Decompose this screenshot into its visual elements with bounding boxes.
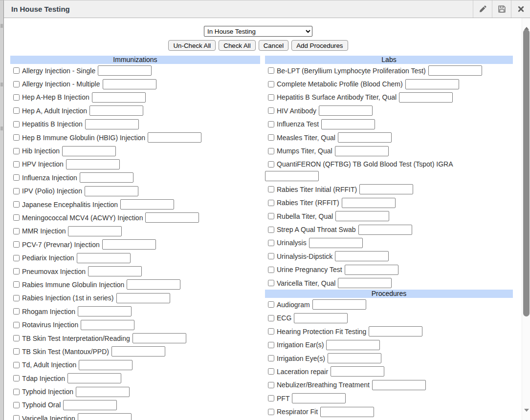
item-value-input[interactable] bbox=[76, 387, 130, 397]
item-checkbox[interactable] bbox=[13, 402, 20, 408]
item-checkbox[interactable] bbox=[13, 67, 20, 74]
item-value-input[interactable] bbox=[102, 239, 156, 250]
item-value-input[interactable] bbox=[78, 413, 132, 420]
item-value-input[interactable] bbox=[80, 172, 133, 183]
item-value-input[interactable] bbox=[77, 253, 131, 263]
item-checkbox[interactable] bbox=[268, 355, 274, 361]
item-checkbox[interactable] bbox=[268, 94, 274, 101]
item-checkbox[interactable] bbox=[13, 281, 20, 288]
item-value-input[interactable] bbox=[292, 393, 346, 403]
item-value-input[interactable] bbox=[111, 346, 165, 357]
item-value-input[interactable] bbox=[265, 171, 319, 181]
add-procedures-button[interactable]: Add Procedures bbox=[291, 40, 348, 51]
item-checkbox[interactable] bbox=[13, 268, 20, 274]
item-checkbox[interactable] bbox=[268, 107, 274, 114]
item-checkbox[interactable] bbox=[268, 148, 274, 154]
item-value-input[interactable] bbox=[428, 65, 482, 76]
scroll-down-button[interactable] bbox=[522, 411, 530, 420]
item-checkbox[interactable] bbox=[268, 253, 274, 259]
scroll-up-button[interactable] bbox=[522, 19, 530, 27]
item-value-input[interactable] bbox=[62, 146, 116, 156]
item-value-input[interactable] bbox=[328, 353, 381, 363]
item-checkbox[interactable] bbox=[13, 161, 20, 168]
item-checkbox[interactable] bbox=[13, 348, 20, 355]
item-value-input[interactable] bbox=[372, 380, 426, 390]
item-checkbox[interactable] bbox=[268, 227, 274, 233]
scrollbar-thumb[interactable] bbox=[523, 29, 530, 316]
item-checkbox[interactable] bbox=[268, 67, 274, 74]
item-checkbox[interactable] bbox=[13, 174, 20, 181]
item-checkbox[interactable] bbox=[268, 342, 274, 348]
item-checkbox[interactable] bbox=[13, 228, 20, 234]
item-checkbox[interactable] bbox=[268, 186, 274, 192]
item-value-input[interactable] bbox=[88, 266, 142, 276]
close-button[interactable] bbox=[511, 0, 530, 18]
item-checkbox[interactable] bbox=[13, 295, 20, 301]
item-value-input[interactable] bbox=[342, 198, 396, 208]
item-checkbox[interactable] bbox=[268, 267, 274, 273]
item-value-input[interactable] bbox=[148, 132, 201, 143]
item-checkbox[interactable] bbox=[268, 280, 274, 286]
item-value-input[interactable] bbox=[66, 159, 120, 169]
item-checkbox[interactable] bbox=[13, 214, 20, 221]
vertical-scrollbar[interactable] bbox=[522, 18, 530, 420]
item-value-input[interactable] bbox=[319, 105, 373, 116]
item-value-input[interactable] bbox=[78, 306, 132, 316]
check-all-button[interactable]: Check All bbox=[219, 40, 255, 51]
item-checkbox[interactable] bbox=[13, 107, 20, 114]
item-value-input[interactable] bbox=[89, 105, 143, 116]
item-value-input[interactable] bbox=[335, 211, 389, 221]
item-checkbox[interactable] bbox=[268, 301, 274, 308]
item-value-input[interactable] bbox=[92, 92, 146, 103]
item-checkbox[interactable] bbox=[13, 389, 20, 395]
uncheck-all-button[interactable]: Un-Check All bbox=[168, 40, 216, 51]
item-checkbox[interactable] bbox=[13, 362, 20, 368]
item-value-input[interactable] bbox=[85, 119, 139, 129]
item-checkbox[interactable] bbox=[268, 200, 274, 206]
item-value-input[interactable] bbox=[338, 132, 392, 143]
item-value-input[interactable] bbox=[399, 92, 453, 103]
item-checkbox[interactable] bbox=[13, 121, 20, 127]
item-checkbox[interactable] bbox=[13, 81, 20, 87]
item-value-input[interactable] bbox=[345, 265, 398, 275]
item-checkbox[interactable] bbox=[268, 328, 274, 335]
category-select[interactable]: In House Testing bbox=[204, 26, 312, 37]
item-checkbox[interactable] bbox=[13, 148, 20, 154]
item-checkbox[interactable] bbox=[268, 409, 274, 415]
edit-button[interactable] bbox=[473, 0, 492, 18]
item-checkbox[interactable] bbox=[268, 240, 274, 246]
item-value-input[interactable] bbox=[359, 184, 413, 194]
item-value-input[interactable] bbox=[369, 326, 422, 336]
item-checkbox[interactable] bbox=[13, 255, 20, 261]
item-value-input[interactable] bbox=[335, 251, 389, 261]
item-value-input[interactable] bbox=[116, 293, 170, 303]
item-value-input[interactable] bbox=[294, 313, 348, 323]
item-value-input[interactable] bbox=[68, 226, 122, 236]
item-value-input[interactable] bbox=[312, 299, 366, 310]
item-checkbox[interactable] bbox=[13, 415, 20, 420]
item-checkbox[interactable] bbox=[13, 308, 20, 315]
item-value-input[interactable] bbox=[85, 186, 138, 196]
item-value-input[interactable] bbox=[98, 65, 152, 76]
item-value-input[interactable] bbox=[320, 407, 374, 417]
item-value-input[interactable] bbox=[103, 79, 156, 89]
item-checkbox[interactable] bbox=[13, 375, 20, 381]
item-checkbox[interactable] bbox=[13, 241, 20, 248]
item-value-input[interactable] bbox=[309, 238, 363, 248]
item-checkbox[interactable] bbox=[268, 121, 274, 127]
item-value-input[interactable] bbox=[79, 360, 132, 370]
item-checkbox[interactable] bbox=[13, 335, 20, 341]
item-value-input[interactable] bbox=[405, 79, 459, 89]
item-checkbox[interactable] bbox=[268, 382, 274, 388]
item-checkbox[interactable] bbox=[268, 368, 274, 375]
save-button[interactable] bbox=[492, 0, 511, 18]
item-checkbox[interactable] bbox=[268, 81, 274, 87]
item-value-input[interactable] bbox=[67, 373, 121, 383]
item-checkbox[interactable] bbox=[268, 395, 274, 401]
item-checkbox[interactable] bbox=[13, 188, 20, 194]
item-value-input[interactable] bbox=[132, 333, 186, 343]
item-value-input[interactable] bbox=[63, 400, 117, 410]
item-checkbox[interactable] bbox=[268, 134, 274, 141]
cancel-button[interactable]: Cancel bbox=[259, 40, 288, 51]
item-checkbox[interactable] bbox=[268, 213, 274, 219]
